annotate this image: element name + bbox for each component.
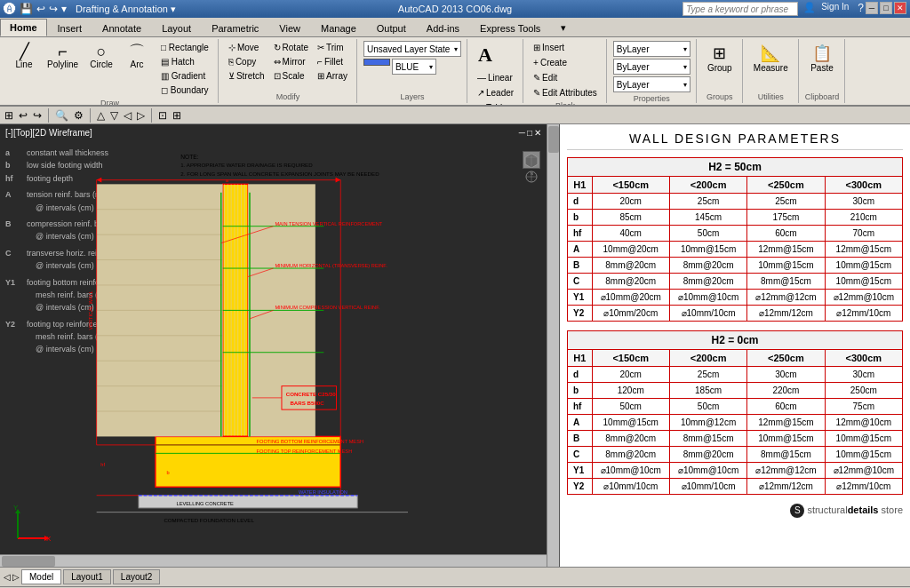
leader-button[interactable]: ↗ Leader [474, 86, 517, 99]
insert-button[interactable]: ⊞ Insert [530, 41, 601, 54]
stretch-button[interactable]: ⊻ Stretch [225, 69, 268, 83]
search-input[interactable] [682, 2, 798, 16]
text-button[interactable]: A [474, 41, 517, 69]
zoom-scale[interactable]: ⊞ [172, 108, 182, 123]
horizontal-scrollbar[interactable] [0, 554, 547, 567]
nav-left[interactable]: ◁ [4, 572, 11, 582]
paste-button[interactable]: 📋 Paste [805, 41, 839, 75]
bylayer2-dropdown[interactable]: ByLayer ▾ [613, 59, 690, 75]
wall-table-h2-0: H2 = 0cm H1 <150cm <200cm <250cm <300cm … [567, 330, 903, 495]
cell-value: ⌀10mm@10cm [669, 463, 746, 479]
tab-express[interactable]: Express Tools [470, 20, 550, 36]
svg-text:MINIMUM HORIZONTAL (TRANSVERSE: MINIMUM HORIZONTAL (TRANSVERSE) REINF. [275, 263, 387, 268]
copy-button[interactable]: ⎘ Copy [225, 55, 268, 68]
array-button[interactable]: ⊞ Array [314, 69, 351, 83]
minimize-viewport-button[interactable]: ─ [519, 128, 525, 138]
toolbar-icon-7[interactable]: ▽ [109, 108, 119, 123]
measure-button[interactable]: 📐 Measure [749, 41, 793, 75]
arc-button[interactable]: ⌒ Arc [120, 41, 154, 72]
svg-text:FOOTING TOP REINFORCEMENT MESH: FOOTING TOP REINFORCEMENT MESH [257, 449, 353, 454]
toolbar-icon-6[interactable]: △ [96, 108, 106, 123]
cell-value: 30cm [825, 194, 902, 210]
rectangle-button[interactable]: □ Rectangle [157, 41, 212, 54]
scale-button[interactable]: ⊡ Scale [270, 69, 312, 83]
table-row: B8mm@20cm8mm@15cm10mm@15cm10mm@15cm [568, 431, 903, 447]
minimize-button[interactable]: ─ [866, 2, 878, 14]
row-label: d [568, 367, 593, 383]
maximize-button[interactable]: □ [880, 2, 892, 14]
polyline-button[interactable]: ⌐ Polyline [43, 41, 83, 72]
edit-attr-button[interactable]: ✎ Edit Attributes [530, 86, 601, 99]
cell-value: 25cm [669, 194, 746, 210]
rotate-button[interactable]: ↻ Rotate [270, 41, 312, 54]
search-box[interactable] [682, 2, 798, 16]
layer-color-dropdown[interactable]: BLUE ▾ [392, 59, 436, 75]
circle-button[interactable]: ○ Circle [84, 41, 118, 72]
cell-value: 85cm [592, 210, 669, 226]
create-button[interactable]: + Create [530, 56, 601, 69]
tab-layout1[interactable]: Layout1 [63, 569, 111, 584]
row-label: hf [568, 399, 593, 415]
tab-layout2[interactable]: Layout2 [113, 569, 161, 584]
bylayer1-dropdown[interactable]: ByLayer ▾ [613, 41, 690, 57]
group-button[interactable]: ⊞ Group [703, 41, 737, 75]
tab-more[interactable]: ▾ [551, 19, 576, 36]
hatch-button[interactable]: ▤ Hatch [157, 55, 212, 68]
tab-parametric[interactable]: Parametric [202, 20, 268, 36]
move-button[interactable]: ⊹ Move [225, 41, 268, 54]
tab-home[interactable]: Home [0, 19, 47, 36]
toolbar-icon-5[interactable]: ⚙ [73, 108, 84, 123]
toolbar-icon-3[interactable]: ↪ [32, 108, 43, 123]
help-icon[interactable]: ? [858, 2, 864, 16]
toolbar-icon-4[interactable]: 🔍 [54, 108, 69, 123]
quick-access-save[interactable]: 💾 [20, 3, 33, 15]
layer-state-dropdown[interactable]: Unsaved Layer State ▾ [363, 41, 461, 57]
tab-addins[interactable]: Add-ins [417, 20, 469, 36]
trim-button[interactable]: ✂ Trim [314, 41, 351, 54]
ribbon-modify-section: ⊹ Move ⎘ Copy ⊻ Stretch ↻ Rotate ⇔ Mirro… [220, 39, 357, 103]
sign-in-link[interactable]: Sign In [821, 2, 849, 16]
gradient-button[interactable]: ▥ Gradient [157, 69, 212, 83]
toolbar-icon-9[interactable]: ▷ [136, 108, 146, 123]
linear-button[interactable]: — Linear [474, 71, 517, 84]
table-row: B8mm@20cm8mm@20cm10mm@15cm10mm@15cm [568, 258, 903, 274]
cell-value: 8mm@20cm [669, 258, 746, 274]
boundary-button[interactable]: ◻ Boundary [157, 83, 212, 97]
close-viewport-button[interactable]: ✕ [534, 128, 541, 138]
tab-annotate[interactable]: Annotate [92, 20, 151, 36]
tab-model[interactable]: Model [21, 569, 61, 584]
cell-value: 185cm [669, 383, 746, 399]
quick-access-undo[interactable]: ↩ [36, 3, 45, 15]
edit-button[interactable]: ✎ Edit [530, 71, 601, 84]
bylayer3-dropdown[interactable]: ByLayer ▾ [613, 76, 690, 92]
maximize-viewport-button[interactable]: □ [527, 128, 532, 138]
cell-value: ⌀10mm/10cm [669, 306, 746, 322]
title-bar: 🅐 💾 ↩ ↪ ▾ Drafting & Annotation ▾ AutoCA… [0, 0, 910, 18]
toolbar-icon-8[interactable]: ◁ [123, 108, 132, 123]
nav-right[interactable]: ▷ [12, 572, 20, 582]
mirror-button[interactable]: ⇔ Mirror [270, 55, 312, 68]
fillet-button[interactable]: ⌐ Fillet [314, 55, 351, 68]
quick-access-dropdown[interactable]: ▾ [61, 3, 67, 15]
close-button[interactable]: ✕ [894, 2, 906, 14]
cell-value: 10mm@12cm [669, 415, 746, 431]
cell-value: ⌀10mm/10cm [669, 479, 746, 495]
cell-value: 25cm [669, 367, 746, 383]
quick-access-redo[interactable]: ↪ [49, 3, 58, 15]
tab-insert[interactable]: Insert [48, 20, 92, 36]
tab-output[interactable]: Output [367, 20, 416, 36]
tab-layout[interactable]: Layout [152, 20, 201, 36]
line-button[interactable]: ╱ Line [7, 41, 41, 72]
vertical-scrollbar[interactable] [547, 124, 559, 567]
toolbar-icon-2[interactable]: ↩ [18, 108, 28, 123]
tab-manage[interactable]: Manage [311, 20, 366, 36]
zoom-extents[interactable]: ⊡ [157, 108, 168, 123]
tab-view[interactable]: View [269, 20, 310, 36]
drafting-dropdown[interactable]: Drafting & Annotation ▾ [76, 4, 176, 15]
viewport-controls: ─ □ ✕ [519, 128, 541, 138]
col-250: <250cm [747, 177, 825, 194]
cell-value: 8mm@15cm [747, 274, 825, 290]
toolbar-icon-1[interactable]: ⊞ [4, 108, 14, 123]
canvas-area[interactable]: [-][Top][2D Wireframe] aconstant wall th… [0, 124, 559, 567]
col-250-2: <250cm [747, 350, 825, 367]
